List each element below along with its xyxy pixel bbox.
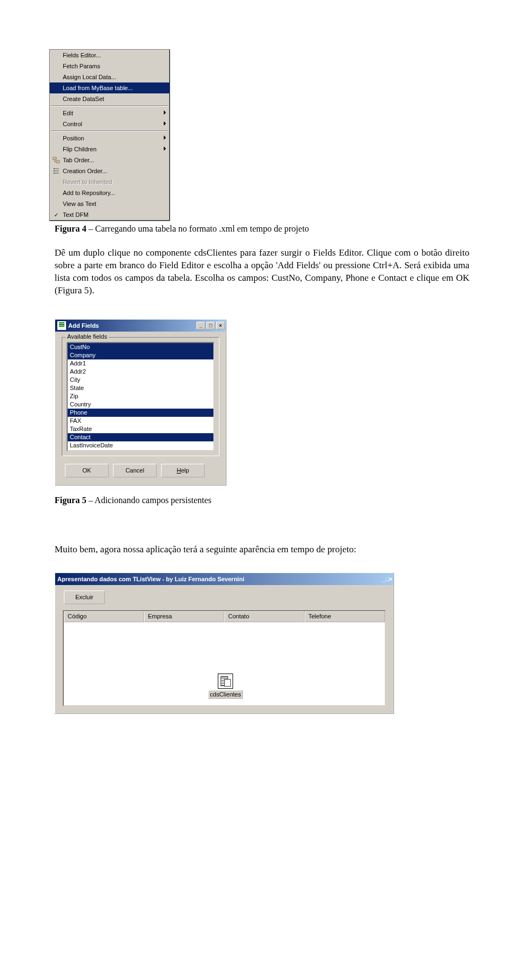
menu-item-tab-order[interactable]: Tab Order... — [50, 155, 169, 166]
menu-item-fields-editor[interactable]: Fields Editor... — [50, 50, 169, 61]
minimize-button[interactable]: _ — [196, 322, 205, 329]
dialog-icon — [57, 321, 66, 330]
menu-item-create-dataset[interactable]: Create DataSet — [50, 93, 169, 104]
column-header[interactable]: Telefone — [305, 611, 385, 622]
menu-item-assign-local-data[interactable]: Assign Local Data... — [50, 72, 169, 82]
svg-point-5 — [53, 168, 55, 169]
menu-item-creation-order[interactable]: Creation Order... — [50, 166, 169, 176]
svg-point-6 — [53, 170, 55, 172]
close-button[interactable]: × — [389, 576, 392, 582]
clientdataset-component[interactable]: cdsClientes — [208, 674, 243, 699]
close-button[interactable]: × — [216, 322, 225, 329]
svg-point-7 — [53, 173, 55, 174]
paragraph-1: Dê um duplo clique no componente cdsClie… — [55, 247, 469, 297]
figure-5-caption: Figura 5 – Adicionando campos persistent… — [55, 495, 469, 505]
menu-item-load-from-mybase[interactable]: Load from MyBase table... — [50, 82, 169, 93]
submenu-arrow-icon — [164, 135, 166, 140]
fields-listbox[interactable]: CustNo Company Addr1 Addr2 City State Zi… — [67, 342, 215, 451]
list-item[interactable]: Zip — [68, 392, 213, 400]
list-item[interactable]: LastInvoiceDate — [68, 441, 213, 450]
cancel-button[interactable]: Cancel — [113, 464, 157, 477]
list-item[interactable]: Company — [68, 351, 213, 359]
maximize-button[interactable]: □ — [385, 576, 389, 582]
column-header[interactable]: Contato — [224, 611, 305, 622]
svg-rect-0 — [53, 157, 56, 160]
creation-order-icon — [52, 167, 60, 175]
menu-item-fetch-params[interactable]: Fetch Params — [50, 61, 169, 72]
column-header[interactable]: Código — [64, 611, 144, 622]
column-header[interactable]: Empresa — [144, 611, 224, 622]
form-titlebar[interactable]: Apresentando dados com TListView - by Lu… — [55, 573, 394, 585]
submenu-arrow-icon — [164, 121, 166, 126]
menu-item-flip-children[interactable]: Flip Children — [50, 144, 169, 155]
menu-item-text-dfm[interactable]: ✓Text DFM — [50, 209, 169, 220]
context-menu: Fields Editor... Fetch Params Assign Loc… — [49, 49, 170, 221]
list-item[interactable]: Contact — [68, 433, 213, 441]
svg-rect-1 — [56, 161, 59, 163]
list-item[interactable]: Addr2 — [68, 368, 213, 376]
fieldset-legend: Available fields — [66, 333, 109, 340]
add-fields-dialog: Add Fields _ □ × Available fields CustNo… — [55, 319, 227, 486]
menu-item-revert-to-inherited: Revert to Inherited — [50, 176, 169, 187]
listview-header: Código Empresa Contato Telefone — [64, 611, 385, 622]
list-item[interactable]: Country — [68, 400, 213, 409]
figure-4-caption: Figura 4 – Carregando uma tabela no form… — [55, 224, 469, 234]
list-item[interactable]: CustNo — [68, 343, 213, 351]
excluir-button[interactable]: Excluir — [64, 591, 105, 604]
submenu-arrow-icon — [164, 146, 166, 151]
menu-item-position[interactable]: Position — [50, 133, 169, 144]
list-item[interactable]: TaxRate — [68, 425, 213, 433]
submenu-arrow-icon — [164, 110, 166, 115]
menu-separator — [51, 105, 168, 107]
menu-item-add-to-repository[interactable]: Add to Repository... — [50, 187, 169, 198]
list-item[interactable]: City — [68, 376, 213, 384]
paragraph-2: Muito bem, agora nossa aplicação terá a … — [55, 544, 469, 556]
tab-order-icon — [52, 156, 60, 164]
list-item[interactable]: State — [68, 384, 213, 392]
check-icon: ✓ — [54, 211, 58, 219]
menu-separator — [51, 131, 168, 132]
form-client-area: Excluir Código Empresa Contato Telefone … — [55, 585, 394, 713]
component-label: cdsClientes — [208, 690, 243, 699]
maximize-button[interactable]: □ — [206, 322, 215, 329]
list-item[interactable]: FAX — [68, 417, 213, 425]
dialog-titlebar[interactable]: Add Fields _ □ × — [55, 320, 226, 332]
clientdataset-icon — [218, 674, 233, 689]
ok-button[interactable]: OK — [65, 464, 109, 477]
menu-item-view-as-text[interactable]: View as Text — [50, 198, 169, 209]
list-item[interactable]: Phone — [68, 409, 213, 417]
list-item[interactable]: Addr1 — [68, 359, 213, 368]
form-title-text: Apresentando dados com TListView - by Lu… — [57, 576, 245, 582]
form-design-window: Apresentando dados com TListView - by Lu… — [55, 572, 394, 714]
dialog-title-text: Add Fields — [68, 322, 99, 329]
help-button[interactable]: Help — [161, 464, 205, 477]
menu-item-control[interactable]: Control — [50, 119, 169, 129]
menu-item-edit[interactable]: Edit — [50, 108, 169, 119]
available-fields-group: Available fields CustNo Company Addr1 Ad… — [62, 337, 219, 456]
